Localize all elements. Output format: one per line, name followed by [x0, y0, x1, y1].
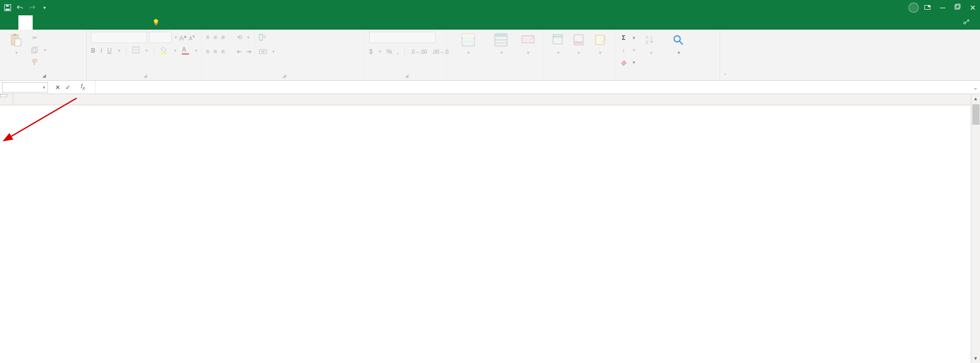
- undo-icon[interactable]: [16, 4, 23, 11]
- insert-cells-button[interactable]: ▾: [548, 32, 567, 55]
- close-icon[interactable]: ✕: [970, 4, 976, 12]
- svg-rect-33: [574, 43, 583, 45]
- alignment-dialog-launcher-icon[interactable]: ◢: [282, 73, 286, 78]
- svg-rect-11: [15, 39, 21, 46]
- name-box[interactable]: ▾: [2, 82, 48, 93]
- enter-formula-icon[interactable]: ✓: [65, 84, 70, 91]
- align-left-icon[interactable]: ≡: [206, 48, 209, 55]
- svg-text:Z: Z: [646, 40, 649, 45]
- delete-cells-icon: [570, 32, 587, 48]
- svg-text:A: A: [646, 35, 649, 40]
- increase-font-icon[interactable]: A▴: [179, 33, 187, 42]
- svg-point-8: [968, 19, 969, 21]
- expand-formula-bar-icon[interactable]: ⌄: [971, 84, 980, 91]
- svg-rect-1: [6, 9, 10, 10]
- redo-icon[interactable]: [29, 4, 36, 11]
- align-center-icon[interactable]: ≡: [213, 48, 217, 55]
- cancel-formula-icon[interactable]: ✕: [55, 84, 60, 91]
- ribbon-display-options-icon[interactable]: [924, 4, 931, 11]
- function-tooltip[interactable]: [0, 94, 7, 97]
- font-name-combo[interactable]: [91, 32, 147, 43]
- tab-formulas[interactable]: [61, 15, 76, 30]
- svg-rect-18: [161, 53, 167, 54]
- copy-icon: [31, 46, 39, 54]
- ribbon-tabs: 💡: [0, 15, 980, 30]
- comma-format-button[interactable]: ,: [397, 48, 398, 55]
- tell-me-search[interactable]: 💡: [152, 15, 163, 30]
- fx-icon[interactable]: fx: [76, 83, 90, 91]
- insert-cells-icon: [549, 32, 566, 48]
- minimize-icon[interactable]: ─: [940, 4, 945, 12]
- align-top-icon[interactable]: ≡: [206, 34, 209, 41]
- find-select-button[interactable]: ▾: [666, 32, 690, 55]
- tab-page-layout[interactable]: [47, 15, 61, 30]
- decrease-decimal-icon[interactable]: .00→.0: [432, 49, 448, 55]
- vertical-scrollbar[interactable]: ▲ ▼: [971, 94, 980, 363]
- number-dialog-launcher-icon[interactable]: ◢: [405, 73, 409, 78]
- tab-data[interactable]: [76, 15, 90, 30]
- format-painter-button[interactable]: [31, 57, 46, 68]
- font-color-button[interactable]: A: [182, 46, 189, 55]
- share-icon: [963, 18, 970, 27]
- wrap-text-icon: [259, 33, 267, 41]
- conditional-formatting-button[interactable]: ▾: [451, 32, 486, 55]
- fill-color-button[interactable]: [160, 46, 168, 56]
- decrease-indent-icon[interactable]: ⇤: [237, 48, 242, 55]
- align-middle-icon[interactable]: ≡: [213, 34, 217, 41]
- cut-button[interactable]: ✂: [31, 32, 46, 43]
- fill-button[interactable]: ↓▾: [619, 44, 635, 56]
- orientation-icon[interactable]: ⟲: [237, 34, 242, 41]
- delete-cells-button[interactable]: ▾: [568, 32, 588, 55]
- align-bottom-icon[interactable]: ≡: [221, 34, 225, 41]
- sort-filter-button[interactable]: AZ ▾: [638, 32, 663, 55]
- tab-review[interactable]: [90, 15, 104, 30]
- account-avatar[interactable]: [909, 3, 919, 13]
- tab-foxit-pdf[interactable]: [133, 15, 147, 30]
- format-as-table-button[interactable]: ▾: [487, 32, 515, 55]
- font-dialog-launcher-icon[interactable]: ◢: [144, 73, 147, 78]
- paintbrush-icon: [31, 58, 39, 66]
- merge-icon: [259, 48, 267, 56]
- tab-file[interactable]: [0, 15, 18, 30]
- svg-rect-10: [13, 34, 16, 36]
- spreadsheet-grid: ▲ ▼: [0, 94, 980, 363]
- accounting-format-button[interactable]: $: [369, 48, 373, 55]
- tab-home[interactable]: [18, 15, 33, 30]
- copy-button[interactable]: ▾: [31, 44, 46, 56]
- tab-view[interactable]: [104, 15, 118, 30]
- borders-button[interactable]: [132, 47, 139, 55]
- italic-button[interactable]: I: [101, 47, 102, 54]
- font-size-combo[interactable]: [149, 32, 172, 43]
- bold-button[interactable]: B: [91, 47, 95, 54]
- maximize-icon[interactable]: [954, 4, 961, 12]
- cell-styles-button[interactable]: ▾: [516, 32, 539, 55]
- percent-format-button[interactable]: %: [387, 48, 392, 55]
- autosum-button[interactable]: Σ▾: [619, 32, 635, 43]
- wrap-text-button[interactable]: [259, 32, 275, 43]
- increase-decimal-icon[interactable]: .0→.00: [411, 49, 427, 55]
- svg-rect-29: [522, 36, 534, 43]
- align-right-icon[interactable]: ≡: [221, 48, 225, 55]
- collapse-ribbon-icon[interactable]: ˄: [724, 73, 727, 78]
- clipboard-dialog-launcher-icon[interactable]: ◢: [42, 73, 46, 78]
- share-button[interactable]: [955, 15, 980, 30]
- svg-rect-6: [956, 4, 960, 8]
- tab-insert[interactable]: [33, 15, 47, 30]
- cell-styles-icon: [520, 32, 536, 48]
- clear-button[interactable]: ▾: [619, 57, 635, 68]
- number-format-combo[interactable]: [369, 32, 436, 43]
- decrease-font-icon[interactable]: A▾: [189, 33, 195, 41]
- svg-rect-20: [259, 34, 262, 40]
- save-icon[interactable]: [4, 4, 11, 11]
- scroll-down-icon[interactable]: ▼: [971, 354, 980, 363]
- paste-button[interactable]: ▾: [4, 32, 28, 55]
- scroll-up-icon[interactable]: ▲: [971, 94, 980, 103]
- scrollbar-thumb[interactable]: [972, 104, 979, 125]
- merge-center-button[interactable]: ▾: [259, 46, 275, 57]
- svg-rect-24: [462, 40, 474, 43]
- format-cells-button[interactable]: ▾: [589, 32, 611, 55]
- qat-customize-icon[interactable]: ▾: [41, 4, 48, 11]
- tab-help[interactable]: [118, 15, 133, 30]
- increase-indent-icon[interactable]: ⇥: [246, 48, 251, 55]
- underline-button[interactable]: U: [107, 47, 112, 54]
